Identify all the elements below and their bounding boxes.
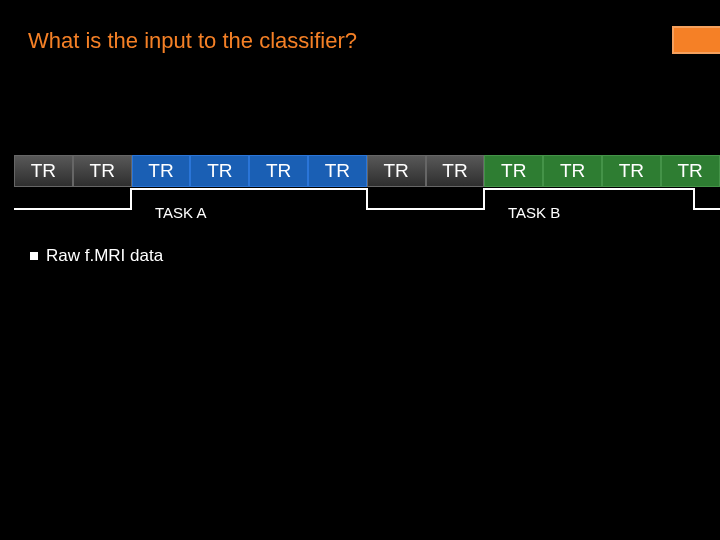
tr-cell-6: TR <box>367 155 426 187</box>
bullet-text: Raw f.MRI data <box>46 246 163 266</box>
bullet-square-icon <box>30 252 38 260</box>
tr-cell-3: TR <box>190 155 249 187</box>
tr-cell-4: TR <box>249 155 308 187</box>
tr-cell-0: TR <box>14 155 73 187</box>
tr-cell-8: TR <box>484 155 543 187</box>
tr-cell-7: TR <box>426 155 485 187</box>
tr-cell-2: TR <box>132 155 191 187</box>
tr-cell-5: TR <box>308 155 367 187</box>
tr-row: TRTRTRTRTRTRTRTRTRTRTRTR <box>14 155 720 187</box>
accent-bar <box>672 26 720 54</box>
step-line <box>14 187 720 211</box>
tr-cell-11: TR <box>661 155 720 187</box>
tr-cell-10: TR <box>602 155 661 187</box>
task-a-label: TASK A <box>155 204 206 221</box>
tr-cell-9: TR <box>543 155 602 187</box>
task-b-label: TASK B <box>508 204 560 221</box>
tr-cell-1: TR <box>73 155 132 187</box>
slide-title: What is the input to the classifier? <box>28 28 357 54</box>
bullet-raw-fmri: Raw f.MRI data <box>30 246 163 266</box>
